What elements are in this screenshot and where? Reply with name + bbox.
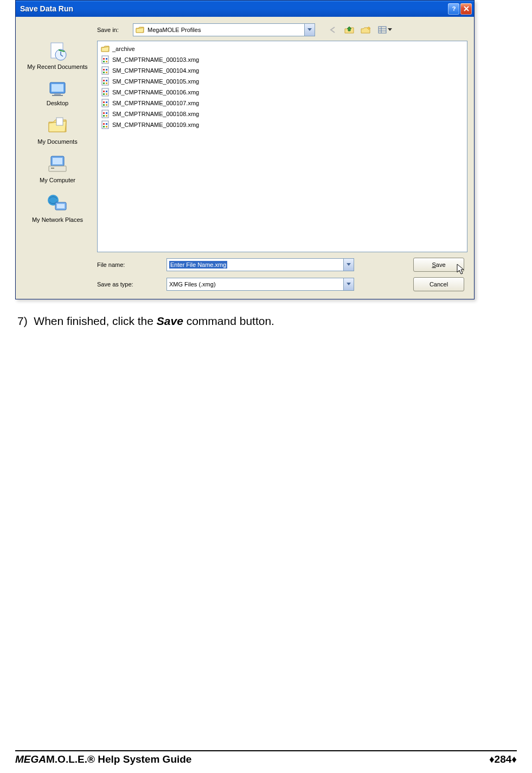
xmg-file-icon bbox=[101, 55, 110, 64]
save-in-combo[interactable]: MegaMOLE Profiles bbox=[133, 23, 315, 36]
new-folder-icon[interactable] bbox=[361, 25, 371, 34]
back-icon[interactable] bbox=[329, 26, 338, 34]
close-button[interactable] bbox=[460, 3, 472, 15]
file-list[interactable]: _archive SM_CMPTRNAME_000103.xmg SM_CMPT… bbox=[97, 41, 467, 252]
place-label: My Network Places bbox=[32, 216, 83, 223]
save-in-label: Save in: bbox=[97, 27, 129, 33]
svg-rect-6 bbox=[52, 95, 63, 96]
place-mydocs[interactable]: My Documents bbox=[22, 112, 93, 150]
svg-rect-30 bbox=[103, 80, 105, 81]
svg-rect-22 bbox=[103, 61, 105, 62]
dropdown-arrow-icon[interactable] bbox=[343, 259, 354, 271]
svg-rect-31 bbox=[106, 80, 107, 81]
svg-rect-47 bbox=[103, 115, 105, 117]
svg-rect-52 bbox=[103, 126, 105, 127]
svg-rect-36 bbox=[106, 91, 107, 92]
file-name-label: File name: bbox=[97, 261, 166, 268]
svg-rect-46 bbox=[106, 112, 107, 114]
svg-rect-41 bbox=[106, 101, 107, 103]
dropdown-arrow-icon[interactable] bbox=[304, 24, 315, 36]
list-item[interactable]: SM_CMPTRNAME_000107.xmg bbox=[101, 98, 464, 108]
xmg-file-icon bbox=[101, 110, 110, 118]
network-places-icon bbox=[46, 193, 69, 214]
diamond-icon: ♦ bbox=[511, 753, 517, 765]
svg-rect-39 bbox=[102, 99, 108, 107]
place-label: Desktop bbox=[47, 100, 68, 107]
place-label: My Recent Documents bbox=[27, 63, 87, 71]
view-menu-button[interactable] bbox=[378, 26, 392, 34]
file-name: SM_CMPTRNAME_000106.xmg bbox=[112, 89, 199, 95]
list-item[interactable]: SM_CMPTRNAME_000103.xmg bbox=[101, 54, 464, 65]
page-number: 284 bbox=[495, 753, 512, 765]
svg-rect-45 bbox=[103, 112, 105, 114]
svg-rect-40 bbox=[103, 101, 105, 103]
list-item[interactable]: SM_CMPTRNAME_000106.xmg bbox=[101, 87, 464, 98]
svg-rect-53 bbox=[106, 126, 107, 127]
svg-rect-42 bbox=[103, 104, 105, 106]
save-in-value: MegaMOLE Profiles bbox=[148, 27, 201, 33]
svg-rect-24 bbox=[102, 67, 108, 74]
svg-rect-35 bbox=[103, 91, 105, 92]
up-one-level-icon[interactable] bbox=[344, 25, 354, 34]
recent-documents-icon bbox=[47, 41, 68, 61]
svg-rect-48 bbox=[106, 115, 107, 117]
svg-rect-4 bbox=[52, 84, 63, 92]
file-name: SM_CMPTRNAME_000108.xmg bbox=[112, 111, 199, 117]
svg-rect-28 bbox=[106, 72, 107, 73]
save-as-type-value: XMG Files (.xmg) bbox=[167, 281, 343, 288]
window-title: Save Data Run bbox=[20, 4, 447, 13]
chevron-down-icon bbox=[388, 28, 392, 31]
file-name-field[interactable]: Enter File Name.xmg bbox=[166, 258, 354, 271]
list-item[interactable]: SM_CMPTRNAME_000105.xmg bbox=[101, 76, 464, 87]
file-name: SM_CMPTRNAME_000103.xmg bbox=[112, 56, 199, 63]
svg-rect-50 bbox=[103, 123, 105, 125]
page-footer: MEGAM.O.L.E.® Help System Guide ♦284♦ bbox=[15, 750, 517, 765]
list-item[interactable]: _archive bbox=[101, 43, 464, 54]
save-as-type-combo[interactable]: XMG Files (.xmg) bbox=[166, 278, 354, 291]
svg-rect-11 bbox=[51, 168, 54, 169]
place-mycomputer[interactable]: My Computer bbox=[22, 151, 93, 188]
titlebar[interactable]: Save Data Run ? bbox=[16, 1, 474, 17]
xmg-file-icon bbox=[101, 99, 110, 107]
svg-rect-21 bbox=[106, 58, 107, 60]
list-item[interactable]: SM_CMPTRNAME_000104.xmg bbox=[101, 65, 464, 76]
svg-rect-37 bbox=[103, 93, 105, 95]
svg-rect-49 bbox=[102, 121, 108, 129]
place-network[interactable]: My Network Places bbox=[22, 189, 93, 228]
svg-rect-25 bbox=[103, 69, 105, 71]
help-button[interactable]: ? bbox=[448, 3, 459, 15]
svg-rect-14 bbox=[57, 204, 65, 208]
place-label: My Computer bbox=[40, 177, 75, 184]
instruction-step: 7) When finished, click the Save command… bbox=[15, 315, 517, 328]
xmg-file-icon bbox=[101, 66, 110, 75]
desktop-icon bbox=[47, 79, 68, 98]
cursor-icon bbox=[456, 264, 466, 276]
file-name: _archive bbox=[112, 46, 135, 52]
svg-rect-33 bbox=[106, 82, 107, 84]
file-name: SM_CMPTRNAME_000107.xmg bbox=[112, 100, 199, 106]
place-label: My Documents bbox=[37, 138, 77, 145]
list-item[interactable]: SM_CMPTRNAME_000109.xmg bbox=[101, 119, 464, 130]
svg-rect-51 bbox=[106, 123, 107, 125]
cancel-button[interactable]: Cancel bbox=[413, 277, 464, 291]
file-name-value: Enter File Name.xmg bbox=[169, 261, 227, 269]
folder-icon bbox=[101, 45, 110, 53]
my-documents-icon bbox=[46, 116, 69, 136]
svg-rect-20 bbox=[103, 58, 105, 60]
svg-rect-34 bbox=[102, 88, 108, 96]
svg-text:?: ? bbox=[452, 5, 456, 12]
svg-rect-9 bbox=[53, 158, 62, 164]
svg-rect-5 bbox=[54, 93, 61, 95]
svg-rect-44 bbox=[102, 110, 108, 118]
save-dialog: Save Data Run ? My Recent Documents bbox=[15, 0, 475, 299]
xmg-file-icon bbox=[101, 120, 110, 129]
svg-rect-38 bbox=[106, 93, 107, 95]
place-recent[interactable]: My Recent Documents bbox=[22, 37, 93, 75]
save-button[interactable]: Save bbox=[413, 258, 464, 272]
list-item[interactable]: SM_CMPTRNAME_000108.xmg bbox=[101, 108, 464, 119]
svg-rect-23 bbox=[106, 61, 107, 62]
place-desktop[interactable]: Desktop bbox=[22, 76, 93, 111]
dropdown-arrow-icon[interactable] bbox=[343, 278, 354, 290]
xmg-file-icon bbox=[101, 77, 110, 86]
my-computer-icon bbox=[46, 154, 69, 175]
